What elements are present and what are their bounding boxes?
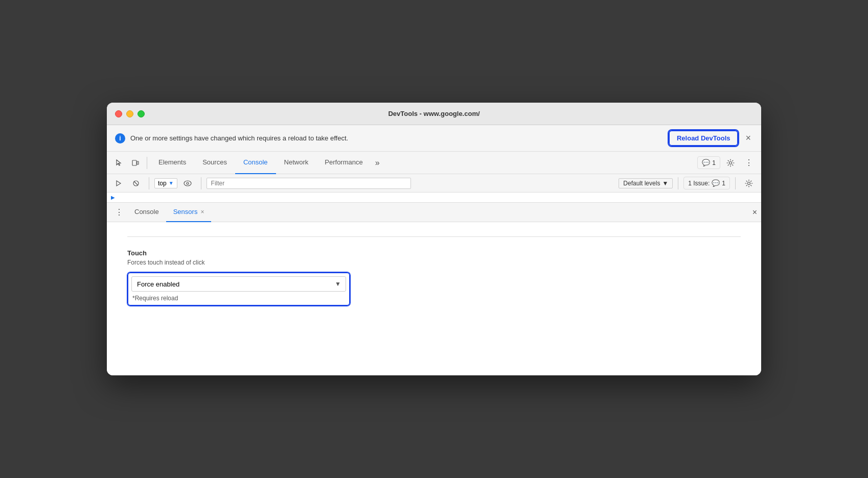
bottom-panel: ⋮ Console Sensors × × Touch Forces touch… [107,203,761,375]
levels-arrow-icon: ▼ [662,180,668,187]
window-title: DevTools - www.google.com/ [388,110,479,117]
issues-num: 1 [722,180,725,187]
console-issues-badge[interactable]: 1 Issue: 💬 1 [683,177,730,189]
levels-label: Default levels [623,180,660,187]
sensors-tab-close-icon[interactable]: × [200,208,204,216]
eye-icon [184,180,192,186]
issues-count: 1 [712,159,716,166]
play-icon [115,180,122,187]
dropdown-arrow-icon: ▼ [169,180,174,186]
device-toolbar-button[interactable] [127,156,144,170]
title-bar: DevTools - www.google.com/ [107,103,761,125]
touch-select[interactable]: None Force enabled Force disabled [131,276,346,292]
context-selector[interactable]: top ▼ [154,178,177,188]
svg-rect-0 [132,160,136,165]
svg-point-8 [748,182,750,184]
more-options-button[interactable]: ⋮ [741,155,757,171]
issues-text: 1 Issue: [688,180,710,187]
close-button[interactable] [115,110,122,117]
svg-point-7 [187,182,189,184]
console-divider4 [735,177,736,189]
svg-line-5 [134,181,138,185]
close-drawer-button[interactable]: × [752,208,757,217]
bottom-more-button[interactable]: ⋮ [111,205,127,219]
gear-icon [726,159,735,167]
eye-button[interactable] [179,177,196,189]
console-settings-button[interactable] [741,176,757,190]
notification-message: One or more settings have changed which … [130,134,664,142]
run-script-button[interactable] [111,177,126,190]
touch-section: Touch Forces touch instead of click None… [127,249,741,306]
context-label: top [158,180,167,187]
close-notification-button[interactable]: × [743,133,753,144]
console-divider3 [678,177,678,189]
sensors-content: Touch Forces touch instead of click None… [107,222,761,375]
section-divider [127,236,741,237]
tab-performance[interactable]: Performance [316,152,371,174]
select-container: None Force enabled Force disabled ▼ [131,276,346,292]
minimize-button[interactable] [126,110,133,117]
main-tab-list: Elements Sources Console Network Perform… [150,152,384,174]
touch-title: Touch [127,249,741,257]
maximize-button[interactable] [138,110,145,117]
bottom-tab-sensors[interactable]: Sensors × [166,203,212,222]
console-gear-icon [745,179,753,187]
filter-input[interactable] [207,178,411,189]
main-toolbar: Elements Sources Console Network Perform… [107,152,761,174]
tab-console[interactable]: Console [235,152,276,174]
traffic-lights [115,110,145,117]
tab-elements[interactable]: Elements [150,152,194,174]
device-icon [131,159,140,167]
tab-network[interactable]: Network [276,152,317,174]
console-toolbar: top ▼ Default levels ▼ 1 Issue: 💬 1 [107,174,761,193]
inspect-element-button[interactable] [111,156,127,170]
notification-bar: i One or more settings have changed whic… [107,125,761,152]
chat-icon: 💬 [702,159,710,166]
touch-desc: Forces touch instead of click [127,259,741,266]
info-icon: i [115,133,125,144]
console-divider [149,177,149,189]
toolbar-divider [147,157,147,169]
bottom-tab-bar: ⋮ Console Sensors × × [107,203,761,222]
issues-badge[interactable]: 💬 1 [697,156,720,169]
clear-console-button[interactable] [128,177,144,190]
svg-rect-1 [137,161,139,164]
tab-sources[interactable]: Sources [194,152,235,174]
toolbar-right: 💬 1 ⋮ [697,155,757,171]
ban-icon [132,180,140,187]
cursor-icon [115,159,123,167]
console-divider2 [201,177,201,189]
log-levels-button[interactable]: Default levels ▼ [619,178,673,188]
bottom-tab-console[interactable]: Console [127,203,166,222]
reload-devtools-button[interactable]: Reload DevTools [669,130,739,146]
svg-point-2 [729,161,732,164]
devtools-window: DevTools - www.google.com/ i One or more… [107,103,761,375]
svg-marker-3 [117,181,121,186]
settings-button[interactable] [722,156,739,170]
svg-point-6 [184,181,191,186]
more-tabs-button[interactable]: » [371,152,384,174]
issues-chat-icon: 💬 [712,179,720,187]
requires-reload-text: *Requires reload [131,295,346,302]
touch-select-wrapper: None Force enabled Force disabled ▼ *Req… [127,272,350,306]
